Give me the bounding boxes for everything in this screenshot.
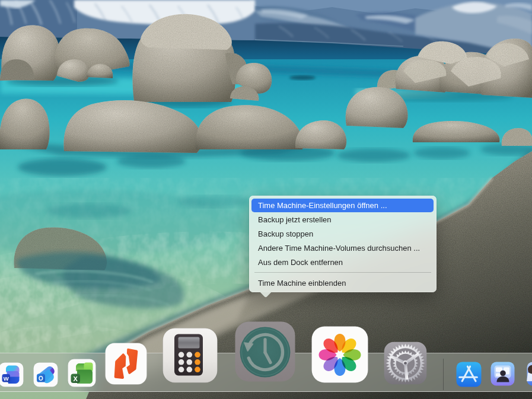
svg-text:O: O [39, 375, 43, 382]
svg-text:W: W [4, 375, 9, 382]
svg-text:X: X [74, 375, 78, 382]
